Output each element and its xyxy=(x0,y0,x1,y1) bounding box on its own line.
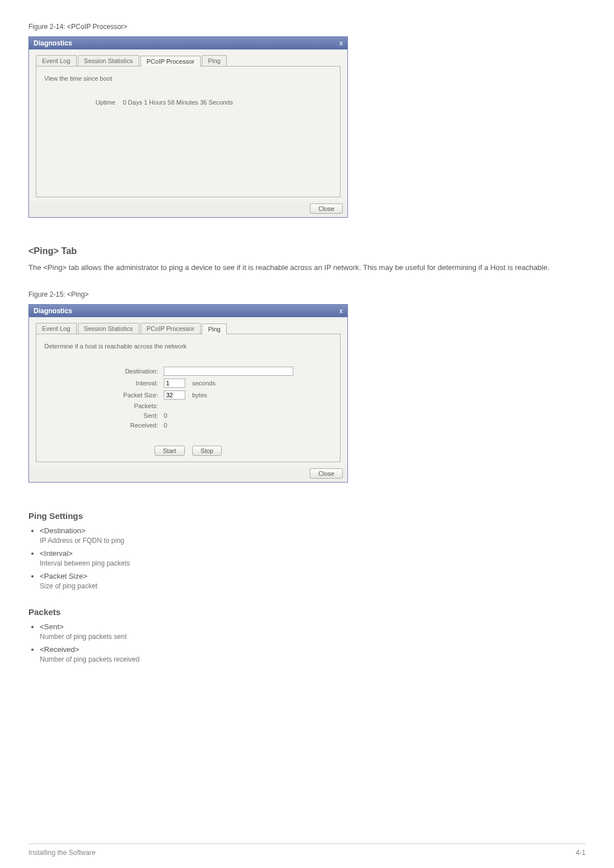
packet-size-suffix: bytes xyxy=(192,392,207,398)
tab-event-log[interactable]: Event Log xyxy=(36,323,77,334)
desc: Interval between ping packets xyxy=(40,559,130,567)
tab-ping[interactable]: Ping xyxy=(202,55,227,66)
list-item: <Destination> IP Address or FQDN to ping xyxy=(40,526,586,545)
desc: IP Address or FQDN to ping xyxy=(40,537,125,545)
list-item: <Received> Number of ping packets receiv… xyxy=(40,645,586,663)
close-button[interactable]: Close xyxy=(310,468,343,479)
packets-heading: Packets xyxy=(28,607,586,617)
interval-label: Interval: xyxy=(44,380,164,387)
desc: Number of ping packets received xyxy=(40,655,139,663)
sent-label: Sent: xyxy=(44,412,164,419)
term: <Packet Size> xyxy=(40,572,586,580)
ping-settings-heading: Ping Settings xyxy=(28,511,586,521)
tabs-bar: Event Log Session Statistics PCoIP Proce… xyxy=(36,323,341,334)
dialog-title: Diagnostics xyxy=(34,39,72,47)
diagnostics-dialog-ping: Diagnostics x Event Log Session Statisti… xyxy=(28,304,348,483)
destination-input[interactable] xyxy=(164,367,293,376)
packet-size-label: Packet Size: xyxy=(44,392,164,398)
diagnostics-dialog-pcoip: Diagnostics x Event Log Session Statisti… xyxy=(28,36,348,218)
term: <Received> xyxy=(40,645,586,654)
tab-pcoip-processor[interactable]: PCoIP Processor xyxy=(140,56,201,67)
tab-pcoip-processor[interactable]: PCoIP Processor xyxy=(140,323,201,334)
tab-content-pcoip: View the time since boot Uptime 0 Days 1… xyxy=(36,67,341,197)
tab-session-statistics[interactable]: Session Statistics xyxy=(78,323,139,334)
destination-label: Destination: xyxy=(44,368,164,375)
received-label: Received: xyxy=(44,422,164,429)
stop-button[interactable]: Stop xyxy=(192,446,222,456)
dialog-titlebar: Diagnostics x xyxy=(29,37,347,49)
footer-right: 4-1 xyxy=(576,849,586,857)
packets-label: Packets: xyxy=(44,402,164,409)
list-item: <Sent> Number of ping packets sent xyxy=(40,622,586,641)
close-icon[interactable]: x xyxy=(339,307,343,315)
ping-settings-list: <Destination> IP Address or FQDN to ping… xyxy=(28,526,586,590)
list-item: <Packet Size> Size of ping packet xyxy=(40,572,586,590)
tab-content-ping: Determine if a host is reachable across … xyxy=(36,334,341,462)
interval-suffix: seconds xyxy=(192,380,215,387)
ping-tab-body: The <Ping> tab allows the administrator … xyxy=(28,262,586,273)
tab-hint: Determine if a host is reachable across … xyxy=(44,343,332,350)
packet-size-input[interactable] xyxy=(164,391,185,400)
ping-tab-heading: <Ping> Tab xyxy=(28,246,586,256)
desc: Number of ping packets sent xyxy=(40,633,127,641)
received-value: 0 xyxy=(164,422,167,429)
page-footer: Installing the Software 4-1 xyxy=(28,844,586,857)
start-button[interactable]: Start xyxy=(155,446,185,456)
packets-list: <Sent> Number of ping packets sent <Rece… xyxy=(28,622,586,663)
tab-event-log[interactable]: Event Log xyxy=(36,55,77,66)
interval-input[interactable] xyxy=(164,379,185,388)
tab-ping[interactable]: Ping xyxy=(202,323,227,334)
term: <Sent> xyxy=(40,622,586,631)
footer-left: Installing the Software xyxy=(28,849,96,857)
tab-hint: View the time since boot xyxy=(44,75,332,82)
list-item: <Interval> Interval between ping packets xyxy=(40,549,586,567)
close-icon[interactable]: x xyxy=(339,39,343,47)
figure-caption-215: Figure 2-15: <Ping> xyxy=(28,290,586,298)
tab-session-statistics[interactable]: Session Statistics xyxy=(78,55,139,66)
close-button[interactable]: Close xyxy=(310,203,343,214)
dialog-title: Diagnostics xyxy=(34,307,72,315)
dialog-titlebar: Diagnostics x xyxy=(29,305,347,317)
sent-value: 0 xyxy=(164,412,167,419)
term: <Destination> xyxy=(40,526,586,535)
term: <Interval> xyxy=(40,549,586,558)
uptime-value: 0 Days 1 Hours 58 Minutes 36 Seconds xyxy=(123,99,233,106)
uptime-label: Uptime xyxy=(96,99,115,106)
figure-caption-214: Figure 2-14: <PCoIP Processor> xyxy=(28,23,586,31)
desc: Size of ping packet xyxy=(40,582,97,590)
tabs-bar: Event Log Session Statistics PCoIP Proce… xyxy=(36,55,341,67)
